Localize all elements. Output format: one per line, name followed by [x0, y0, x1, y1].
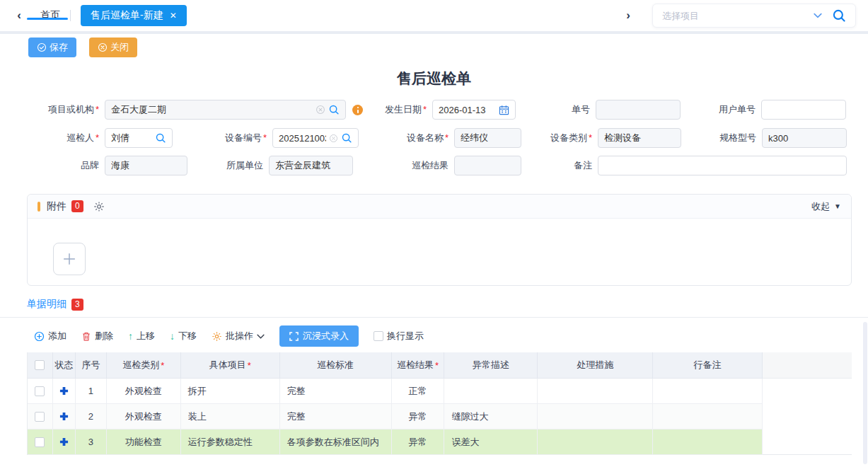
inspect-result-label: 巡检结果 [353, 159, 454, 172]
row-checkbox[interactable] [35, 412, 45, 422]
detail-grid: 状态 序号 巡检类别* 具体项目* 巡检标准 巡检结果* 异常描述 处理措施 行… [27, 352, 852, 455]
order-no-input[interactable] [602, 105, 674, 115]
cell-category[interactable]: 外观检查 [107, 379, 181, 404]
add-row-button[interactable]: 添加 [34, 330, 66, 342]
cell-item[interactable]: 拆开 [181, 379, 280, 404]
tab-divider [70, 10, 71, 21]
cell-row-remark[interactable] [653, 379, 763, 404]
row-checkbox[interactable] [35, 437, 45, 447]
col-header-seq: 序号 [76, 352, 107, 379]
save-button[interactable]: 保存 [28, 38, 76, 57]
immersive-entry-button[interactable]: 沉浸式录入 [279, 325, 359, 347]
project-input[interactable] [111, 105, 313, 115]
forward-chevron-icon[interactable]: › [621, 8, 635, 23]
detail-count-badge: 3 [71, 299, 83, 311]
device-no-input[interactable] [279, 133, 326, 144]
cell-standard[interactable]: 完整 [280, 404, 392, 429]
cell-item[interactable]: 装上 [181, 404, 280, 429]
order-no-label: 单号 [516, 103, 596, 116]
user-order-no-input[interactable] [768, 105, 840, 115]
col-header-standard: 巡检标准 [280, 352, 392, 379]
row-checkbox[interactable] [35, 386, 45, 396]
detail-tab-bar [0, 298, 868, 318]
grid-toolbar: 添加 删除 ↑ 上移 ↓ 下移 批操作 沉浸式录入 换行显示 [34, 325, 424, 347]
row-status-cell[interactable] [53, 404, 76, 429]
cell-category[interactable]: 功能检查 [107, 429, 181, 455]
move-down-button[interactable]: ↓ 下移 [170, 330, 197, 342]
cell-row-remark[interactable] [653, 404, 763, 429]
table-row: 2 外观检查 装上 完整 异常 缝隙过大 [28, 404, 763, 429]
tab-detail-lines[interactable]: 单据明细 3 [27, 298, 83, 311]
inspect-result-input[interactable] [461, 161, 515, 171]
wrap-display-label: 换行显示 [387, 330, 424, 342]
arrow-up-icon: ↑ [128, 330, 133, 342]
cell-abnormal[interactable]: 误差大 [444, 429, 538, 455]
remark-input[interactable] [604, 161, 840, 171]
cell-category[interactable]: 外观检查 [107, 404, 181, 429]
form-row-1: 项目或机构* 发生日期* 单号 用户单号 [27, 100, 846, 120]
back-chevron-icon[interactable]: ‹ [12, 8, 26, 23]
cell-abnormal[interactable]: 缝隙过大 [444, 404, 538, 429]
search-icon[interactable] [832, 8, 846, 23]
cell-seq[interactable]: 3 [76, 429, 107, 455]
project-label: 项目或机构* [27, 103, 105, 116]
owner-unit-input[interactable] [275, 161, 347, 171]
occur-date-input[interactable] [439, 105, 496, 115]
brand-label: 品牌 [27, 159, 105, 172]
cell-measure[interactable] [538, 429, 653, 455]
device-name-label: 设备名称* [359, 132, 454, 144]
cell-measure[interactable] [538, 379, 653, 404]
plus-status-icon [59, 437, 69, 446]
row-status-cell[interactable] [53, 379, 76, 404]
calendar-icon[interactable] [499, 105, 509, 115]
attachments-title: 附件 [47, 200, 66, 213]
wrap-display-checkbox[interactable] [374, 331, 383, 341]
tab-close-icon[interactable]: ✕ [170, 11, 177, 21]
spec-model-input[interactable] [768, 133, 840, 144]
cell-result[interactable]: 异常 [392, 404, 445, 429]
tab-inspection-form-new[interactable]: 售后巡检单-新建 ✕ [81, 5, 187, 26]
vertical-scrollbar[interactable] [863, 322, 867, 464]
page-title: 售后巡检单 [0, 69, 868, 88]
delete-row-button[interactable]: 删除 [81, 330, 113, 342]
gear-icon[interactable] [93, 201, 105, 212]
batch-operation-label: 批操作 [226, 330, 253, 342]
device-name-input[interactable] [461, 133, 515, 144]
brand-input[interactable] [111, 161, 181, 171]
add-attachment-button[interactable] [53, 243, 86, 275]
cell-standard[interactable]: 各项参数在标准区间内 [280, 429, 392, 455]
collapse-toggle[interactable]: 收起 ▼ [811, 200, 841, 213]
clear-icon[interactable] [329, 134, 338, 143]
col-header-status: 状态 [53, 352, 76, 379]
wrap-display-toggle[interactable]: 换行显示 [374, 330, 424, 342]
project-search-input[interactable] [662, 11, 814, 21]
lookup-search-icon[interactable] [341, 132, 352, 144]
cell-row-remark[interactable] [653, 429, 763, 455]
lookup-search-icon[interactable] [328, 104, 340, 115]
tab-home[interactable]: 首页 [40, 9, 60, 22]
add-row-label: 添加 [48, 330, 66, 342]
cell-measure[interactable] [538, 404, 653, 429]
cell-result[interactable]: 正常 [392, 379, 445, 404]
cell-result[interactable]: 异常 [392, 429, 445, 455]
move-up-button[interactable]: ↑ 上移 [128, 330, 155, 342]
device-category-input[interactable] [604, 133, 675, 144]
select-all-checkbox[interactable] [35, 360, 45, 370]
cell-abnormal[interactable] [444, 379, 538, 404]
batch-operation-button[interactable]: 批操作 [212, 330, 265, 342]
row-status-cell[interactable] [53, 429, 76, 455]
cell-standard[interactable]: 完整 [280, 379, 392, 404]
cell-seq[interactable]: 2 [76, 404, 107, 429]
cell-item[interactable]: 运行参数稳定性 [181, 429, 280, 455]
inspector-input[interactable] [111, 133, 152, 144]
cell-seq[interactable]: 1 [76, 379, 107, 404]
clear-icon[interactable] [316, 105, 325, 115]
lookup-search-icon[interactable] [155, 132, 166, 144]
col-header-item: 具体项目* [181, 352, 280, 379]
spec-model-label: 规格型号 [681, 132, 762, 144]
inspector-field [105, 128, 173, 148]
info-icon[interactable] [352, 105, 363, 115]
close-button[interactable]: 关闭 [89, 38, 137, 57]
triangle-down-icon: ▼ [834, 202, 841, 210]
chevron-down-icon[interactable] [814, 13, 822, 18]
